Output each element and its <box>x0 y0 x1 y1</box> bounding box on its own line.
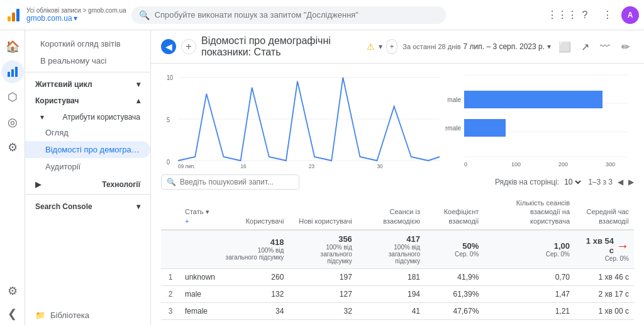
domain-label[interactable]: gmob.com.ua ▾ <box>26 14 126 23</box>
search-input[interactable] <box>155 10 438 20</box>
nav-reports-icon[interactable] <box>1 60 24 83</box>
row1-new-users: 197 <box>289 268 357 285</box>
total-new-users: 356 100% від загального підсумку <box>289 230 357 269</box>
table-search-icon: 🔍 <box>167 178 176 186</box>
sidebar-subsection-user-attributes[interactable]: ▾ Атрибути користувача <box>25 108 150 124</box>
col-new-users[interactable]: Нові користувачі <box>289 195 357 230</box>
rows-per-page-select[interactable]: 10 25 50 <box>562 177 583 187</box>
row2-users: 132 <box>220 285 289 302</box>
total-users: 418 100% від загального підсумку <box>220 230 289 269</box>
row2-sessions: 194 <box>357 285 425 302</box>
row2-avg-time: 2 хв 17 с <box>575 285 634 302</box>
sidebar-item-demographics[interactable]: Відомості про демографіч... <box>25 141 150 158</box>
sidebar-divider-2 <box>25 194 150 195</box>
col-users[interactable]: Користувачі <box>220 195 289 230</box>
sidebar-item-overview-reports[interactable]: Короткий огляд звітів <box>25 35 150 52</box>
svg-rect-4 <box>11 69 14 77</box>
sidebar-item-search-console[interactable]: Search Console ▾ <box>25 197 150 214</box>
total-rate: 50% Сер. 0% <box>425 230 484 269</box>
sidebar-section-lifecycle[interactable]: Життєвий цикл ▾ <box>25 75 150 91</box>
svg-text:0: 0 <box>464 161 467 168</box>
svg-text:30: 30 <box>377 163 383 169</box>
page-title: Відомості про демографічні показники: Ст… <box>201 35 397 58</box>
line-chart-svg: 10 5 0 09 лип. 16 23 30 <box>161 69 445 169</box>
svg-text:300: 300 <box>606 161 615 168</box>
bar-chart-svg: male female 0 100 200 300 <box>445 69 634 169</box>
svg-text:10: 10 <box>167 74 173 82</box>
bar-male <box>464 91 602 108</box>
total-row: 418 100% від загального підсумку 356 100… <box>161 230 634 269</box>
svg-text:16: 16 <box>241 163 247 169</box>
svg-text:200: 200 <box>558 161 568 168</box>
table-row: 2 male 132 127 194 61,39% 1,47 2 хв 17 с <box>161 285 634 302</box>
search-icon: 🔍 <box>139 10 150 20</box>
customize-icon[interactable]: 〰 <box>596 38 614 55</box>
back-button[interactable]: ◀ <box>161 39 176 54</box>
edit-icon[interactable]: ✏ <box>616 38 634 55</box>
sidebar: Короткий огляд звітів В реальному часі Ж… <box>25 30 151 325</box>
help-icon[interactable]: ? <box>576 6 594 24</box>
table-search-input[interactable] <box>180 178 294 186</box>
row2-gender: male <box>180 285 220 302</box>
nav-explore-icon[interactable]: ⬡ <box>1 86 24 108</box>
sort-icon: ▾ <box>206 208 209 215</box>
pagination-next-icon[interactable]: ▶ <box>628 178 634 186</box>
line-chart: 10 5 0 09 лип. 16 23 30 <box>161 69 445 169</box>
sidebar-item-overview[interactable]: Огляд <box>25 124 150 141</box>
pagination-prev-icon[interactable]: ◀ <box>618 178 623 186</box>
svg-text:female: female <box>445 125 461 132</box>
nav-configure-icon[interactable]: ⚙ <box>1 136 24 159</box>
avatar[interactable]: A <box>621 6 639 24</box>
total-avg-time: 1 хв 54 с → Сер. 0% <box>575 230 634 269</box>
svg-text:23: 23 <box>309 163 314 169</box>
sidebar-divider-1 <box>25 72 150 72</box>
chevron-lifecycle-icon: ▾ <box>136 80 140 89</box>
col-gender[interactable]: Стать ▾ + <box>180 195 220 230</box>
pagination-label: 1–3 з 3 <box>588 178 613 186</box>
share-icon[interactable]: ⬜ <box>556 38 574 55</box>
warning-icon: ⚠ <box>367 42 375 52</box>
table-search[interactable]: 🔍 <box>161 174 299 190</box>
svg-rect-3 <box>8 72 10 77</box>
row1-rate: 41,9% <box>425 268 484 285</box>
nav-advertising-icon[interactable]: ◎ <box>1 111 24 134</box>
svg-text:09 лип.: 09 лип. <box>178 163 195 169</box>
col-rate[interactable]: Коефіцієнт взаємодії <box>425 195 484 230</box>
date-range[interactable]: За останні 28 днів 7 лип. – 3 серп. 2023… <box>402 42 551 51</box>
sidebar-section-technology[interactable]: ▶ Технології <box>25 175 150 191</box>
search-bar[interactable]: 🔍 <box>131 6 446 24</box>
bar-chart: male female 0 100 200 300 <box>445 69 634 169</box>
add-metric-button[interactable]: + <box>386 39 398 54</box>
header-actions: ⬜ ↗ 〰 ✏ <box>556 38 634 55</box>
col-sessions[interactable]: Сеанси із взаємодією <box>357 195 425 230</box>
total-gender <box>180 230 220 269</box>
svg-rect-1 <box>12 13 15 21</box>
row2-rank: 2 <box>161 285 180 302</box>
nav-home-icon[interactable]: 🏠 <box>1 35 24 58</box>
add-comparison-button[interactable]: + <box>181 39 196 54</box>
row1-avg-time: 1 хв 46 с <box>575 268 634 285</box>
rows-per-page: Рядків на сторінці: 10 25 50 <box>495 177 583 187</box>
nav-expand-icon[interactable]: ❮ <box>1 302 24 325</box>
sidebar-item-realtime[interactable]: В реальному часі <box>25 52 150 69</box>
chevron-sc-icon: ▾ <box>136 202 140 211</box>
more-options-icon[interactable]: ⋮ <box>599 6 616 24</box>
charts-area: 10 5 0 09 лип. 16 23 30 <box>151 64 644 174</box>
row2-new-users: 127 <box>289 285 357 302</box>
title-dropdown-icon[interactable]: ▾ <box>379 42 382 51</box>
nav-settings-icon[interactable]: ⚙ <box>1 280 24 302</box>
sidebar-item-audiences[interactable]: Аудиторії <box>25 158 150 175</box>
total-sessions: 417 100% від загального підсумку <box>357 230 425 269</box>
col-sessions-per-user[interactable]: Кількість сеансів взаємодії на користува… <box>484 195 575 230</box>
svg-text:100: 100 <box>511 161 521 168</box>
sidebar-footer-library[interactable]: 📁 Бібліотека <box>25 305 150 325</box>
svg-text:male: male <box>447 96 461 103</box>
col-add-icon[interactable]: + <box>185 217 189 225</box>
sidebar-section-user[interactable]: Користувач ▴ <box>25 91 150 108</box>
svg-rect-2 <box>16 9 19 21</box>
col-avg-time[interactable]: Середній час взаємодії <box>575 195 634 230</box>
pagination-info: Рядків на сторінці: 10 25 50 1–3 з 3 ◀ ▶ <box>495 177 634 187</box>
export-icon[interactable]: ↗ <box>576 38 594 55</box>
apps-icon[interactable]: ⋮⋮⋮ <box>553 6 571 24</box>
top-right-actions: ⋮⋮⋮ ? ⋮ A <box>553 6 639 24</box>
